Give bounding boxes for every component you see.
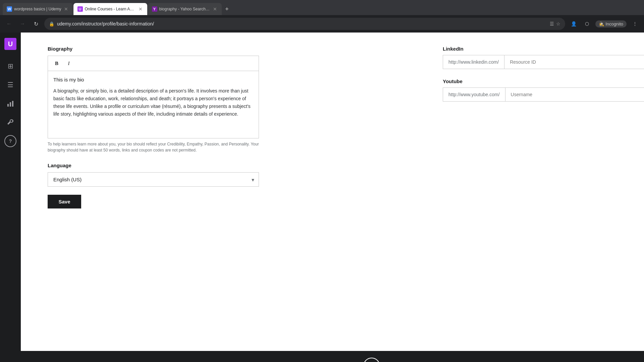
linkedin-prefix: http://www.linkedin.com/ bbox=[443, 55, 504, 69]
address-bar-icons: ☰ ☆ bbox=[550, 21, 560, 26]
tab-3[interactable]: Y biography - Yahoo Search Resu... ✕ bbox=[148, 3, 222, 15]
linkedin-label: LinkedIn bbox=[443, 46, 624, 52]
language-select[interactable]: English (US) English (UK) Spanish French… bbox=[48, 172, 259, 187]
biography-label: Biography bbox=[48, 46, 402, 52]
bold-button[interactable]: B bbox=[52, 59, 61, 68]
home-icon[interactable]: ⊞ bbox=[4, 60, 16, 72]
lock-icon: 🔒 bbox=[49, 21, 54, 26]
save-button[interactable]: Save bbox=[48, 195, 81, 208]
tools-icon[interactable] bbox=[4, 116, 16, 128]
tab-bar: W wordpress basics | Udemy ✕ U Online Co… bbox=[0, 0, 644, 15]
bio-toolbar: B I bbox=[48, 56, 259, 71]
tab1-favicon: W bbox=[7, 6, 12, 12]
address-bar-row: ← → ↻ 🔒 udemy.com/instructor/profile/bas… bbox=[0, 15, 644, 33]
new-tab-button[interactable]: + bbox=[222, 4, 232, 14]
linkedin-resource-id-input[interactable] bbox=[504, 55, 644, 69]
language-label: Language bbox=[48, 163, 402, 168]
forward-button[interactable]: → bbox=[17, 19, 28, 29]
browser-chrome: W wordpress basics | Udemy ✕ U Online Co… bbox=[0, 0, 644, 33]
main-content: Biography B I This is my bio A biography… bbox=[21, 33, 429, 351]
help-icon[interactable]: ? bbox=[4, 135, 16, 147]
two-col-layout: Biography B I This is my bio A biography… bbox=[21, 33, 644, 351]
tab-2[interactable]: U Online Courses - Learn Anythin... ✕ bbox=[73, 3, 147, 15]
bio-first-line: This is my bio bbox=[53, 76, 253, 84]
tab3-favicon: Y bbox=[152, 6, 157, 12]
svg-rect-2 bbox=[12, 101, 13, 107]
bio-editor[interactable]: B I This is my bio A biography, or simpl… bbox=[48, 56, 259, 138]
linkedin-input-group: http://www.linkedin.com/ bbox=[443, 55, 644, 69]
bookmark-icon[interactable]: ☆ bbox=[556, 21, 560, 26]
vw-logo: VW bbox=[363, 358, 380, 362]
back-button[interactable]: ← bbox=[4, 19, 14, 29]
chat-icon[interactable]: ☰ bbox=[4, 79, 16, 91]
right-column: LinkedIn http://www.linkedin.com/ Youtub… bbox=[429, 33, 644, 351]
tab1-title: wordpress basics | Udemy bbox=[14, 7, 61, 11]
tab3-close[interactable]: ✕ bbox=[212, 6, 218, 12]
profile-icon[interactable]: 👤 bbox=[569, 19, 579, 29]
youtube-username-input[interactable] bbox=[505, 88, 644, 101]
tab-1[interactable]: W wordpress basics | Udemy ✕ bbox=[3, 3, 73, 15]
tab2-title: Online Courses - Learn Anythin... bbox=[85, 7, 136, 11]
bio-help-text: To help learners learn more about you, y… bbox=[48, 141, 259, 153]
tab2-favicon: U bbox=[77, 6, 83, 12]
linkedin-section: LinkedIn http://www.linkedin.com/ bbox=[443, 46, 624, 69]
incognito-label: Incognito bbox=[605, 21, 623, 26]
youtube-input-group: http://www.youtube.com/ bbox=[443, 87, 644, 102]
svg-point-4 bbox=[364, 358, 380, 362]
address-bar[interactable]: 🔒 udemy.com/instructor/profile/basic-inf… bbox=[44, 18, 565, 30]
language-select-wrapper: English (US) English (UK) Spanish French… bbox=[48, 172, 259, 187]
page-wrapper: U ⊞ ☰ ? Biography B I bbox=[0, 33, 644, 351]
svg-rect-0 bbox=[7, 104, 9, 107]
tab2-close[interactable]: ✕ bbox=[138, 6, 143, 12]
analytics-icon[interactable] bbox=[4, 98, 16, 110]
incognito-badge: 🕵 Incognito bbox=[595, 20, 627, 27]
incognito-icon: 🕵 bbox=[599, 21, 604, 26]
sidebar: U ⊞ ☰ ? bbox=[0, 33, 21, 351]
italic-button[interactable]: I bbox=[64, 59, 73, 68]
url-text: udemy.com/instructor/profile/basic-infor… bbox=[57, 21, 547, 26]
footer-banner: Top companies choose Udemy Business to b… bbox=[0, 351, 644, 362]
menu-button[interactable]: ⋮ bbox=[630, 19, 640, 29]
youtube-label: Youtube bbox=[443, 78, 624, 84]
reader-icon[interactable]: ☰ bbox=[550, 21, 554, 26]
bio-text-area[interactable]: This is my bio A biography, or simply bi… bbox=[48, 71, 259, 138]
tab1-close[interactable]: ✕ bbox=[63, 6, 69, 12]
footer-logos: ⬢ Nasdaq VW box ■ NetApp eventbrite bbox=[223, 358, 617, 362]
bio-paragraph: A biography, or simply bio, is a detaile… bbox=[53, 87, 253, 118]
youtube-prefix: http://www.youtube.com/ bbox=[443, 88, 505, 101]
youtube-section: Youtube http://www.youtube.com/ bbox=[443, 78, 624, 102]
sidebar-logo[interactable]: U bbox=[4, 38, 16, 50]
tab3-title: biography - Yahoo Search Resu... bbox=[159, 7, 210, 11]
reload-button[interactable]: ↻ bbox=[31, 19, 41, 29]
svg-rect-1 bbox=[10, 102, 11, 107]
extensions-icon[interactable]: ⬡ bbox=[582, 19, 592, 29]
